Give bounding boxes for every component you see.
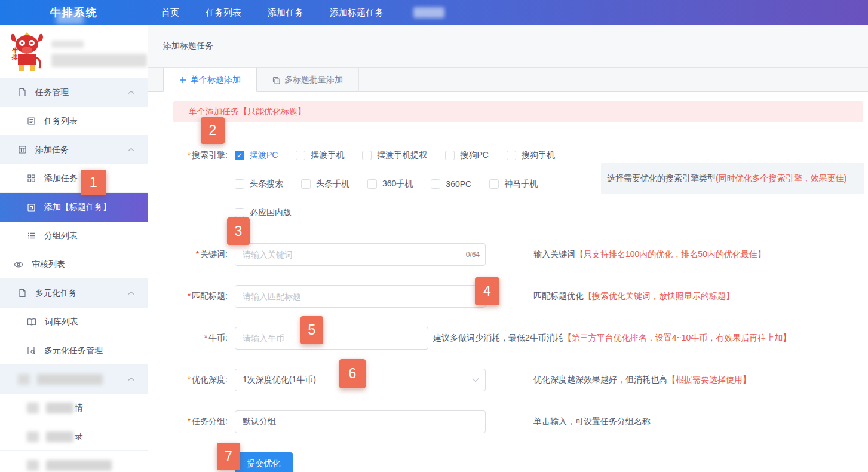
redacted-label [46, 460, 112, 471]
sidebar-group-task-management[interactable]: 任务管理 [0, 78, 148, 107]
checkbox-sogou-pc[interactable]: 搜狗PC [445, 150, 488, 161]
sidebar-item-diversified-task-management[interactable]: 多元化任务管理 [0, 336, 148, 365]
form-row-submit: 提交优化 [173, 452, 868, 472]
chevron-up-icon [128, 291, 134, 295]
redacted-label [37, 374, 103, 385]
checkbox-baidu-pc[interactable]: ✓摆渡PC [235, 150, 278, 161]
sidebar-item-task-list[interactable]: 任务列表 [0, 107, 148, 136]
main-area: 添加标题任务 单个标题添加 多标题批量添加 [148, 25, 868, 472]
checkbox-baidu-mobile[interactable]: 摆渡手机 [296, 150, 344, 161]
nav-item-add-task[interactable]: 添加任务 [268, 7, 303, 19]
checkbox-shenma-mobile[interactable]: 神马手机 [489, 179, 538, 189]
chevron-down-icon [472, 378, 479, 382]
checkbox-360-mobile[interactable]: 360手机 [367, 179, 413, 189]
sidebar-item-add-task[interactable]: 添加任务 [0, 164, 148, 193]
sidebar-item-redacted-1[interactable]: 情 [0, 394, 148, 422]
plus-icon [179, 76, 186, 84]
required-asterisk: * [188, 291, 191, 301]
window-grid-icon [18, 145, 27, 154]
checkbox-icon [362, 151, 372, 160]
depth-note: 优化深度越深效果越好，但消耗也高【根据需要选择使用】 [533, 375, 751, 385]
batch-add-icon [272, 76, 280, 84]
engine-tip-box: 选择需要优化的搜索引擎类型(同时优化多个搜索引擎，效果更佳) [601, 163, 864, 194]
keyword-input[interactable] [235, 243, 486, 266]
keyword-note: 输入关键词【只支持排名100内的优化，排名50内的优化最佳】 [533, 249, 766, 260]
nav-item-add-title-task[interactable]: 添加标题任务 [330, 7, 384, 19]
sidebar-group-label: 添加任务 [35, 145, 69, 155]
engine-checkbox-grid: ✓摆渡PC 摆渡手机 摆渡手机提权 搜狗PC 搜狗手机 头条搜索 头条手机 36… [235, 141, 573, 227]
field-label: *匹配标题: [173, 291, 235, 302]
file-icon [18, 88, 27, 97]
match-title-input[interactable] [235, 285, 486, 308]
redacted-icon [18, 374, 30, 385]
checkbox-360-pc[interactable]: 360PC [431, 179, 471, 189]
redacted-visible-suffix: 录 [75, 431, 83, 442]
form-row-match-title: *匹配标题: 匹配标题优化【搜索优化关键词，放快照显示的标题】 [173, 285, 868, 308]
info-alert: 单个添加任务【只能优化标题】 [173, 101, 863, 122]
sidebar-item-redacted-2[interactable]: 录 [0, 422, 148, 451]
eye-icon [14, 260, 23, 269]
sidebar-group-diversified-tasks[interactable]: 多元化任务 [0, 279, 148, 308]
step-badge-3: 3 [227, 217, 250, 245]
breadcrumb: 添加标题任务 [148, 25, 868, 68]
engine-row-2: 头条搜索 头条手机 360手机 360PC 神马手机 [235, 170, 573, 198]
engine-tip-text: 选择需要优化的搜索引擎类型 [607, 173, 716, 184]
step-badge-1: 1 [81, 170, 106, 195]
checkbox-baidu-mobile-boost[interactable]: 摆渡手机提权 [362, 150, 427, 161]
sidebar-item-label: 审核列表 [32, 259, 65, 270]
logo-blur-overlay [56, 11, 84, 24]
content-card: 单个标题添加 多标题批量添加 单个添加任务【只能优化标题】 *搜索引擎: [148, 68, 868, 472]
redacted-icon [27, 460, 39, 471]
tab-label: 多标题批量添加 [284, 75, 343, 85]
redacted-label [46, 403, 73, 413]
field-label: *任务分组: [173, 416, 235, 427]
checkbox-icon [445, 151, 455, 160]
engine-tip-red-text: (同时优化多个搜索引擎，效果更佳) [716, 173, 846, 184]
field-label: *关键词: [173, 249, 235, 260]
tab-multi-title-batch-add[interactable]: 多标题批量添加 [257, 68, 359, 92]
checkbox-bing-domestic[interactable]: 必应国内版 [235, 207, 292, 218]
sidebar-item-redacted-3[interactable] [0, 451, 148, 472]
step-badge-6: 6 [339, 359, 366, 388]
tab-single-title-add[interactable]: 单个标题添加 [163, 68, 257, 92]
task-group-input[interactable] [235, 410, 486, 433]
nav-item-redacted[interactable] [413, 7, 444, 18]
svg-text:排: 排 [11, 54, 18, 60]
checkbox-toutiao-mobile[interactable]: 头条手机 [301, 179, 349, 189]
sidebar-item-review-list[interactable]: 审核列表 [0, 250, 148, 279]
form-row-task-group: *任务分组: 单击输入，可设置任务分组名称 [173, 410, 868, 433]
redacted-label [46, 431, 73, 442]
tab-strip: 单个标题添加 多标题批量添加 [148, 68, 868, 92]
sidebar-item-label: 添加【标题任务】 [44, 202, 111, 213]
checkbox-icon [296, 151, 305, 160]
required-asterisk: * [204, 333, 207, 342]
checkbox-sogou-mobile[interactable]: 搜狗手机 [507, 150, 555, 161]
nav-item-task-list[interactable]: 任务列表 [206, 7, 241, 19]
checkbox-toutiao-search[interactable]: 头条搜索 [235, 179, 283, 189]
sidebar-group-redacted[interactable] [0, 365, 148, 394]
sidebar-group-add-task[interactable]: 添加任务 [0, 136, 148, 164]
tab-content: 单个添加任务【只能优化标题】 *搜索引擎: ✓摆渡PC 摆渡手机 摆渡手机提权 … [148, 92, 868, 472]
book-icon [27, 318, 36, 326]
alert-text: 单个添加任务【只能优化标题】 [189, 106, 306, 117]
submit-optimization-button[interactable]: 提交优化 [235, 452, 293, 472]
engine-row-1: ✓摆渡PC 摆渡手机 摆渡手机提权 搜狗PC 搜狗手机 [235, 141, 573, 170]
niu-coin-input[interactable] [235, 327, 428, 350]
sidebar-item-group-list[interactable]: 分组列表 [0, 222, 148, 250]
required-asterisk: * [188, 416, 191, 426]
list-ul-icon [27, 231, 36, 240]
form-row-keyword: *关键词: 0/64 输入关键词【只支持排名100内的优化，排名50内的优化最佳… [173, 243, 868, 266]
niu-coin-note: 建议多做词少消耗，最低2牛币消耗【第三方平台优化排名，设置4~10牛币，有效果后… [433, 333, 791, 344]
sidebar-item-label: 分组列表 [44, 231, 78, 241]
file-icon [18, 289, 27, 298]
sidebar-item-label: 任务列表 [44, 116, 78, 127]
top-navbar: 牛排系统 首页 任务列表 添加任务 添加标题任务 [0, 0, 868, 25]
step-badge-5: 5 [300, 316, 323, 344]
sidebar-item-add-title-task[interactable]: 添加【标题任务】 [0, 193, 148, 222]
match-title-note: 匹配标题优化【搜索优化关键词，放快照显示的标题】 [533, 291, 734, 302]
checkbox-icon [367, 179, 377, 189]
nav-item-home[interactable]: 首页 [161, 7, 179, 19]
field-label: *牛币: [173, 333, 235, 344]
redacted-visible-suffix: 情 [75, 403, 83, 413]
sidebar-item-word-library[interactable]: 词库列表 [0, 308, 148, 336]
